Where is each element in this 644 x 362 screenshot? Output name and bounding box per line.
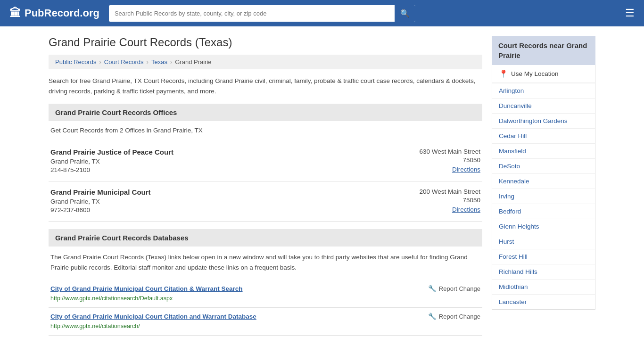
db-entry-top-2: City of Grand Prairie Municipal Court Ci… bbox=[50, 313, 480, 320]
sidebar-link-0[interactable]: Arlington bbox=[492, 83, 595, 98]
sidebar-link-3[interactable]: Cedar Hill bbox=[492, 129, 595, 143]
office-right-1: 630 West Main Street 75050 Directions bbox=[396, 148, 480, 173]
sidebar-link-13[interactable]: Midlothian bbox=[492, 280, 595, 294]
sidebar-link-14[interactable]: Lancaster bbox=[492, 295, 595, 309]
directions-link-1[interactable]: Directions bbox=[452, 166, 480, 173]
hamburger-menu[interactable]: ☰ bbox=[625, 7, 635, 19]
office-address-1: 630 West Main Street bbox=[396, 148, 480, 155]
logo-icon: 🏛 bbox=[9, 7, 21, 20]
site-header: 🏛 PubRecord.org 🔍 ☰ bbox=[0, 0, 644, 26]
sidebar-item-6[interactable]: Kennedale bbox=[492, 174, 595, 189]
db-description: The Grand Prairie Court Records (Texas) … bbox=[49, 252, 482, 272]
databases-section-header: Grand Prairie Court Records Databases bbox=[49, 229, 482, 247]
office-city-1: Grand Prairie, TX bbox=[50, 158, 173, 165]
breadcrumb-sep-1: › bbox=[99, 58, 101, 66]
sidebar-nearby-list: 📍 Use My Location ArlingtonDuncanvilleDa… bbox=[492, 65, 595, 310]
search-button[interactable]: 🔍 bbox=[395, 5, 415, 22]
sidebar-link-9[interactable]: Glenn Heights bbox=[492, 219, 595, 234]
breadcrumb-public-records[interactable]: Public Records bbox=[55, 58, 96, 66]
sidebar-link-5[interactable]: DeSoto bbox=[492, 159, 595, 173]
office-entry-2: Grand Prairie Municipal Court Grand Prai… bbox=[49, 181, 482, 222]
office-name-2: Grand Prairie Municipal Court bbox=[50, 188, 151, 196]
sidebar-link-6[interactable]: Kennedale bbox=[492, 174, 595, 189]
breadcrumb-court-records[interactable]: Court Records bbox=[104, 58, 144, 66]
office-city-2: Grand Prairie, TX bbox=[50, 198, 151, 205]
office-left-2: Grand Prairie Municipal Court Grand Prai… bbox=[50, 188, 151, 214]
office-zip-2: 75050 bbox=[396, 197, 480, 204]
db-entry-top-1: City of Grand Prairie Municipal Court Ci… bbox=[50, 285, 480, 292]
sidebar-link-1[interactable]: Duncanville bbox=[492, 99, 595, 113]
db-url-2[interactable]: http://www.gptx.net/citationsearch/ bbox=[50, 323, 140, 329]
sidebar-link-10[interactable]: Hurst bbox=[492, 234, 595, 249]
office-address-2: 200 West Main Street bbox=[396, 188, 480, 195]
sidebar-item-4[interactable]: Mansfield bbox=[492, 144, 595, 159]
sidebar-item-9[interactable]: Glenn Heights bbox=[492, 219, 595, 234]
search-icon: 🔍 bbox=[400, 9, 410, 17]
sidebar-item-10[interactable]: Hurst bbox=[492, 234, 595, 249]
search-bar: 🔍 bbox=[109, 5, 415, 22]
offices-section-header: Grand Prairie Court Records Offices bbox=[49, 104, 482, 121]
sidebar-title: Court Records near Grand Prairie bbox=[492, 36, 595, 65]
sidebar: Court Records near Grand Prairie 📍 Use M… bbox=[492, 36, 595, 336]
sidebar-item-1[interactable]: Duncanville bbox=[492, 99, 595, 114]
sidebar-item-3[interactable]: Cedar Hill bbox=[492, 129, 595, 144]
office-count: Get Court Records from 2 Offices in Gran… bbox=[49, 127, 482, 134]
site-logo[interactable]: 🏛 PubRecord.org bbox=[9, 7, 99, 20]
sidebar-item-7[interactable]: Irving bbox=[492, 189, 595, 204]
sidebar-link-8[interactable]: Bedford bbox=[492, 204, 595, 219]
breadcrumb-texas[interactable]: Texas bbox=[151, 58, 167, 66]
db-entry-1: City of Grand Prairie Municipal Court Ci… bbox=[49, 280, 482, 308]
report-icon-2: 🔧 bbox=[428, 313, 436, 320]
office-right-2: 200 West Main Street 75050 Directions bbox=[396, 188, 480, 213]
search-input[interactable] bbox=[109, 6, 395, 21]
office-phone-2: 972-237-8600 bbox=[50, 206, 151, 214]
sidebar-link-4[interactable]: Mansfield bbox=[492, 144, 595, 158]
page-description: Search for free Grand Prairie, TX Court … bbox=[49, 76, 482, 96]
sidebar-item-14[interactable]: Lancaster bbox=[492, 295, 595, 309]
sidebar-item-12[interactable]: Richland Hills bbox=[492, 264, 595, 280]
sidebar-link-7[interactable]: Irving bbox=[492, 189, 595, 204]
office-zip-1: 75050 bbox=[396, 156, 480, 164]
breadcrumb: Public Records › Court Records › Texas ›… bbox=[49, 55, 482, 69]
sidebar-item-13[interactable]: Midlothian bbox=[492, 280, 595, 295]
sidebar-link-2[interactable]: Dalworthington Gardens bbox=[492, 114, 595, 128]
breadcrumb-current: Grand Prairie bbox=[175, 58, 211, 66]
content-area: Grand Prairie Court Records (Texas) Publ… bbox=[49, 36, 482, 336]
db-url-1[interactable]: http://www.gptx.net/citationsearch/Defau… bbox=[50, 295, 173, 302]
use-location-label: Use My Location bbox=[511, 70, 559, 77]
db-link-2[interactable]: City of Grand Prairie Municipal Court Ci… bbox=[50, 313, 256, 320]
sidebar-item-11[interactable]: Forest Hill bbox=[492, 249, 595, 264]
sidebar-link-12[interactable]: Richland Hills bbox=[492, 264, 595, 279]
hamburger-icon: ☰ bbox=[625, 7, 635, 19]
office-name-1: Grand Prairie Justice of Peace Court bbox=[50, 148, 173, 156]
office-entry-1: Grand Prairie Justice of Peace Court Gra… bbox=[49, 141, 482, 181]
sidebar-item-0[interactable]: Arlington bbox=[492, 83, 595, 99]
report-icon-1: 🔧 bbox=[428, 285, 436, 292]
logo-text: PubRecord.org bbox=[25, 7, 99, 19]
sidebar-item-2[interactable]: Dalworthington Gardens bbox=[492, 114, 595, 129]
sidebar-item-5[interactable]: DeSoto bbox=[492, 159, 595, 174]
report-change-button-1[interactable]: 🔧 Report Change bbox=[428, 285, 480, 292]
report-change-label-2: Report Change bbox=[439, 313, 480, 320]
sidebar-item-8[interactable]: Bedford bbox=[492, 204, 595, 219]
breadcrumb-sep-2: › bbox=[147, 58, 149, 66]
location-icon: 📍 bbox=[499, 69, 508, 78]
report-change-button-2[interactable]: 🔧 Report Change bbox=[428, 313, 480, 320]
directions-link-2[interactable]: Directions bbox=[452, 206, 480, 213]
sidebar-link-11[interactable]: Forest Hill bbox=[492, 249, 595, 264]
report-change-label-1: Report Change bbox=[439, 285, 480, 292]
use-my-location-item[interactable]: 📍 Use My Location bbox=[492, 65, 595, 83]
office-phone-1: 214-875-2100 bbox=[50, 166, 173, 173]
main-container: Grand Prairie Court Records (Texas) Publ… bbox=[39, 26, 605, 345]
page-title: Grand Prairie Court Records (Texas) bbox=[49, 36, 482, 49]
db-entry-2: City of Grand Prairie Municipal Court Ci… bbox=[49, 308, 482, 336]
breadcrumb-sep-3: › bbox=[170, 58, 172, 66]
db-link-1[interactable]: City of Grand Prairie Municipal Court Ci… bbox=[50, 285, 243, 292]
office-left-1: Grand Prairie Justice of Peace Court Gra… bbox=[50, 148, 173, 173]
